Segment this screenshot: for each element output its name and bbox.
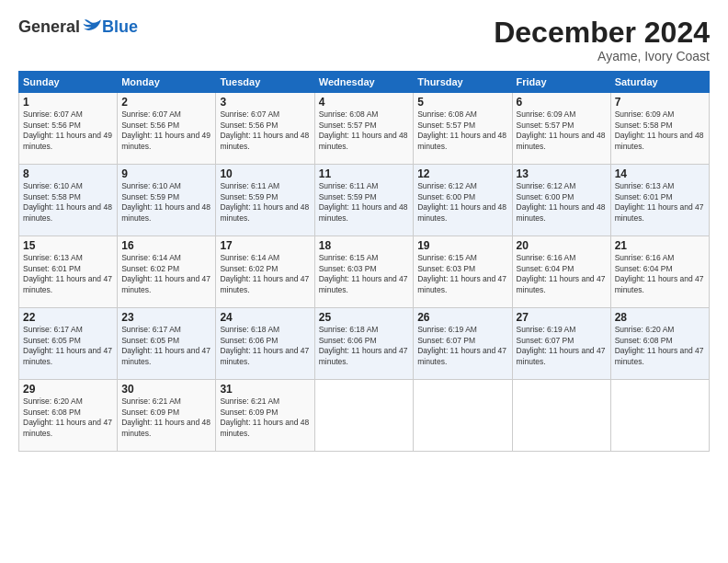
calendar-cell: 23 Sunrise: 6:17 AMSunset: 6:05 PMDaylig… [118,308,216,380]
calendar-week-5: 29 Sunrise: 6:20 AMSunset: 6:08 PMDaylig… [19,380,710,452]
cell-content: Sunrise: 6:11 AMSunset: 5:59 PMDaylight:… [220,181,310,224]
cell-content: Sunrise: 6:09 AMSunset: 5:57 PMDaylight:… [517,109,607,152]
cell-content: Sunrise: 6:07 AMSunset: 5:56 PMDaylight:… [220,109,310,152]
day-number: 18 [319,239,409,252]
calendar-cell: 27 Sunrise: 6:19 AMSunset: 6:07 PMDaylig… [512,308,610,380]
calendar-cell: 29 Sunrise: 6:20 AMSunset: 6:08 PMDaylig… [19,380,118,452]
calendar-cell: 13 Sunrise: 6:12 AMSunset: 6:00 PMDaylig… [512,165,610,236]
calendar-cell: 16 Sunrise: 6:14 AMSunset: 6:02 PMDaylig… [118,236,216,308]
calendar-header-row: SundayMondayTuesdayWednesdayThursdayFrid… [19,72,710,93]
month-title: December 2024 [494,17,710,49]
cell-content: Sunrise: 6:16 AMSunset: 6:04 PMDaylight:… [517,253,607,295]
cell-content: Sunrise: 6:12 AMSunset: 6:00 PMDaylight:… [417,181,507,224]
calendar-cell: 7 Sunrise: 6:09 AMSunset: 5:58 PMDayligh… [610,93,709,165]
calendar-cell: 9 Sunrise: 6:10 AMSunset: 5:59 PMDayligh… [118,165,216,236]
calendar-cell: 8 Sunrise: 6:10 AMSunset: 5:58 PMDayligh… [19,165,118,236]
cell-content: Sunrise: 6:13 AMSunset: 6:01 PMDaylight:… [615,181,705,224]
calendar-week-1: 1 Sunrise: 6:07 AMSunset: 5:56 PMDayligh… [19,93,710,165]
calendar-cell: 1 Sunrise: 6:07 AMSunset: 5:56 PMDayligh… [19,93,118,165]
cell-content: Sunrise: 6:19 AMSunset: 6:07 PMDaylight:… [417,325,507,367]
header: General Blue December 2024 Ayame, Ivory … [18,17,710,63]
day-header-tuesday: Tuesday [216,72,314,93]
day-number: 3 [220,96,310,109]
cell-content: Sunrise: 6:17 AMSunset: 6:05 PMDaylight:… [121,325,211,367]
calendar-cell: 12 Sunrise: 6:12 AMSunset: 6:00 PMDaylig… [414,165,512,236]
cell-content: Sunrise: 6:11 AMSunset: 5:59 PMDaylight:… [319,181,409,224]
calendar-cell: 14 Sunrise: 6:13 AMSunset: 6:01 PMDaylig… [610,165,709,236]
calendar-cell: 30 Sunrise: 6:21 AMSunset: 6:09 PMDaylig… [118,380,216,452]
day-number: 27 [517,311,607,324]
day-header-saturday: Saturday [610,72,709,93]
day-header-wednesday: Wednesday [314,72,413,93]
day-number: 4 [319,96,409,109]
day-header-monday: Monday [118,72,216,93]
logo: General Blue [18,17,138,37]
day-number: 12 [417,167,507,180]
day-number: 28 [615,311,705,324]
cell-content: Sunrise: 6:09 AMSunset: 5:58 PMDaylight:… [615,109,705,152]
day-number: 20 [517,239,607,252]
calendar-cell: 2 Sunrise: 6:07 AMSunset: 5:56 PMDayligh… [118,93,216,165]
day-number: 19 [417,239,507,252]
cell-content: Sunrise: 6:10 AMSunset: 5:58 PMDaylight:… [23,181,113,224]
calendar-week-3: 15 Sunrise: 6:13 AMSunset: 6:01 PMDaylig… [19,236,710,308]
day-number: 23 [121,311,211,324]
day-number: 2 [121,96,211,109]
logo-blue: Blue [102,17,138,37]
calendar-week-4: 22 Sunrise: 6:17 AMSunset: 6:05 PMDaylig… [19,308,710,380]
location: Ayame, Ivory Coast [494,49,710,63]
calendar-week-2: 8 Sunrise: 6:10 AMSunset: 5:58 PMDayligh… [19,165,710,236]
calendar-cell [512,380,610,452]
calendar-cell [414,380,512,452]
day-header-friday: Friday [512,72,610,93]
day-number: 13 [517,167,607,180]
cell-content: Sunrise: 6:07 AMSunset: 5:56 PMDaylight:… [23,109,113,152]
calendar-cell: 10 Sunrise: 6:11 AMSunset: 5:59 PMDaylig… [216,165,314,236]
calendar-cell [314,380,413,452]
cell-content: Sunrise: 6:07 AMSunset: 5:56 PMDaylight:… [121,109,211,152]
calendar-cell: 15 Sunrise: 6:13 AMSunset: 6:01 PMDaylig… [19,236,118,308]
calendar-cell: 19 Sunrise: 6:15 AMSunset: 6:03 PMDaylig… [414,236,512,308]
day-header-thursday: Thursday [414,72,512,93]
day-number: 29 [23,383,113,396]
cell-content: Sunrise: 6:19 AMSunset: 6:07 PMDaylight:… [517,325,607,367]
day-number: 14 [615,167,705,180]
day-number: 5 [417,96,507,109]
calendar-cell: 25 Sunrise: 6:18 AMSunset: 6:06 PMDaylig… [314,308,413,380]
day-number: 25 [319,311,409,324]
calendar-cell: 22 Sunrise: 6:17 AMSunset: 6:05 PMDaylig… [19,308,118,380]
day-number: 8 [23,167,113,180]
cell-content: Sunrise: 6:08 AMSunset: 5:57 PMDaylight:… [319,109,409,152]
day-number: 21 [615,239,705,252]
cell-content: Sunrise: 6:16 AMSunset: 6:04 PMDaylight:… [615,253,705,295]
cell-content: Sunrise: 6:18 AMSunset: 6:06 PMDaylight:… [319,325,409,367]
logo-text: General Blue [18,17,138,37]
logo-general: General [18,17,80,37]
calendar-table: SundayMondayTuesdayWednesdayThursdayFrid… [18,71,710,452]
calendar-cell: 3 Sunrise: 6:07 AMSunset: 5:56 PMDayligh… [216,93,314,165]
day-number: 15 [23,239,113,252]
calendar-cell: 31 Sunrise: 6:21 AMSunset: 6:09 PMDaylig… [216,380,314,452]
logo-bird-icon [82,17,102,37]
cell-content: Sunrise: 6:10 AMSunset: 5:59 PMDaylight:… [121,181,211,224]
calendar-cell [610,380,709,452]
cell-content: Sunrise: 6:14 AMSunset: 6:02 PMDaylight:… [220,253,310,295]
cell-content: Sunrise: 6:20 AMSunset: 6:08 PMDaylight:… [23,396,113,439]
calendar-cell: 20 Sunrise: 6:16 AMSunset: 6:04 PMDaylig… [512,236,610,308]
calendar-cell: 24 Sunrise: 6:18 AMSunset: 6:06 PMDaylig… [216,308,314,380]
day-number: 26 [417,311,507,324]
cell-content: Sunrise: 6:18 AMSunset: 6:06 PMDaylight:… [220,325,310,367]
day-number: 1 [23,96,113,109]
cell-content: Sunrise: 6:08 AMSunset: 5:57 PMDaylight:… [417,109,507,152]
cell-content: Sunrise: 6:14 AMSunset: 6:02 PMDaylight:… [121,253,211,295]
day-number: 6 [517,96,607,109]
day-number: 24 [220,311,310,324]
calendar-cell: 18 Sunrise: 6:15 AMSunset: 6:03 PMDaylig… [314,236,413,308]
calendar-cell: 17 Sunrise: 6:14 AMSunset: 6:02 PMDaylig… [216,236,314,308]
day-number: 22 [23,311,113,324]
calendar-cell: 28 Sunrise: 6:20 AMSunset: 6:08 PMDaylig… [610,308,709,380]
cell-content: Sunrise: 6:17 AMSunset: 6:05 PMDaylight:… [23,325,113,367]
calendar-cell: 4 Sunrise: 6:08 AMSunset: 5:57 PMDayligh… [314,93,413,165]
day-number: 30 [121,383,211,396]
day-number: 7 [615,96,705,109]
